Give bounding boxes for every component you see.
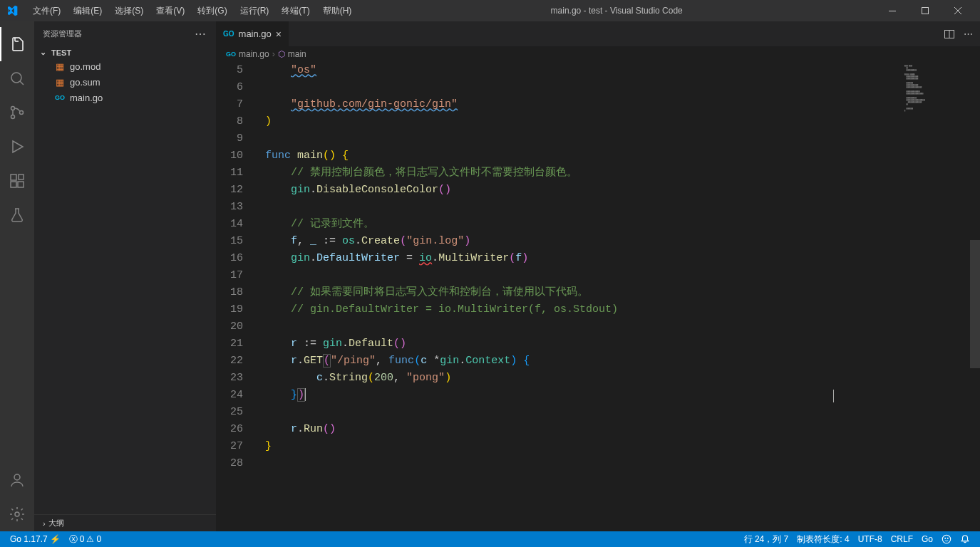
svg-point-5 [20,111,24,115]
menu-selection[interactable]: 选择(S) [109,2,149,20]
outline-section[interactable]: ›大纲 [34,514,216,531]
lightning-icon: ⚡ [50,534,61,544]
status-language[interactable]: Go [917,531,937,547]
svg-point-11 [15,512,19,516]
explorer-tab-icon[interactable] [0,27,34,61]
activity-bar [0,21,34,531]
menu-view[interactable]: 查看(V) [150,2,190,20]
svg-point-14 [945,538,946,538]
go-file-icon: GO [226,51,236,58]
chevron-down-icon: ⌄ [40,48,48,57]
source-control-tab-icon[interactable] [0,95,34,130]
status-notifications-icon[interactable] [956,531,974,547]
status-feedback-icon[interactable] [937,531,956,547]
file-item[interactable]: GOmain.go [48,90,216,105]
title-bar: 文件(F) 编辑(E) 选择(S) 查看(V) 转到(G) 运行(R) 终端(T… [0,0,980,21]
editor-area: GO main.go × ⋯ GO main.go › ⬡ main 56789… [216,21,980,531]
menu-go[interactable]: 转到(G) [192,2,232,20]
go-file-icon: GO [223,30,234,38]
svg-point-13 [942,535,950,543]
folder-label: TEST [51,48,71,57]
tab-bar: GO main.go × ⋯ [216,21,980,46]
svg-point-4 [11,115,15,119]
error-icon: ⓧ [69,533,78,546]
svg-rect-0 [889,11,896,11]
scrollbar-thumb[interactable] [970,240,980,368]
gosum-file-icon: ▦ [54,77,66,88]
close-button[interactable] [942,0,974,21]
settings-gear-icon[interactable] [0,497,34,531]
file-item[interactable]: ▦go.mod [48,58,216,74]
maximize-button[interactable] [909,0,942,21]
file-name: go.sum [70,77,100,88]
svg-rect-7 [11,182,16,187]
testing-tab-icon[interactable] [0,198,34,232]
line-numbers: 5678910111213141516171819202122232425262… [216,62,259,531]
package-icon: ⬡ [278,49,285,59]
chevron-right-icon: › [272,49,275,59]
split-editor-icon[interactable] [944,28,955,40]
code-editor[interactable]: 5678910111213141516171819202122232425262… [216,62,980,531]
svg-rect-1 [922,8,929,14]
accounts-icon[interactable] [0,463,34,497]
menu-file[interactable]: 文件(F) [27,2,66,20]
chevron-right-icon: › [43,519,46,528]
svg-rect-9 [19,174,24,179]
status-eol[interactable]: CRLF [887,531,917,547]
file-name: go.mod [70,61,100,72]
sidebar-explorer: 资源管理器 ⋯ ⌄ TEST ▦go.mod ▦go.sum GOmain.go… [34,21,216,531]
breadcrumb[interactable]: GO main.go › ⬡ main [216,46,980,62]
menu-bar: 文件(F) 编辑(E) 选择(S) 查看(V) 转到(G) 运行(R) 终端(T… [27,2,357,20]
file-list: ▦go.mod ▦go.sum GOmain.go [34,58,216,105]
status-cursor-position[interactable]: 行 24，列 7 [740,531,793,547]
warning-icon: ⚠ [86,534,94,544]
svg-point-2 [11,73,21,83]
status-indentation[interactable]: 制表符长度: 4 [793,531,853,547]
file-item[interactable]: ▦go.sum [48,74,216,90]
menu-run[interactable]: 运行(R) [234,2,275,20]
workspace-folder[interactable]: ⌄ TEST [34,46,216,58]
gomod-file-icon: ▦ [54,61,66,72]
vscode-logo-icon [6,4,19,17]
status-encoding[interactable]: UTF-8 [854,531,887,547]
editor-tab[interactable]: GO main.go × [216,21,289,46]
menu-edit[interactable]: 编辑(E) [68,2,108,20]
vertical-scrollbar[interactable] [970,62,980,531]
status-problems[interactable]: ⓧ0 ⚠0 [65,531,105,547]
breadcrumb-file[interactable]: main.go [239,49,269,59]
explorer-more-icon[interactable]: ⋯ [195,27,207,41]
menu-terminal[interactable]: 终端(T) [276,2,315,20]
search-tab-icon[interactable] [0,61,34,95]
status-bar: Go 1.17.7⚡ ⓧ0 ⚠0 行 24，列 7 制表符长度: 4 UTF-8… [0,531,980,547]
svg-rect-6 [11,174,16,180]
run-debug-tab-icon[interactable] [0,130,34,164]
svg-point-15 [947,538,948,538]
svg-point-3 [11,107,15,110]
breadcrumb-symbol[interactable]: main [288,49,306,59]
outline-label: 大纲 [48,518,64,528]
close-tab-icon[interactable]: × [276,28,282,40]
more-actions-icon[interactable]: ⋯ [964,28,973,40]
code-content[interactable]: "os" "github.com/gin-gonic/gin" ) func m… [259,62,902,531]
svg-rect-8 [18,182,24,187]
minimize-button[interactable] [876,0,909,21]
extensions-tab-icon[interactable] [0,164,34,198]
minimap[interactable]: ████ ████ ██ ████████████ █████ ██████ █… [902,62,980,531]
window-title: main.go - test - Visual Studio Code [360,6,873,16]
svg-point-10 [14,474,20,480]
status-go-version[interactable]: Go 1.17.7⚡ [6,531,65,547]
tab-label: main.go [239,28,272,39]
explorer-title: 资源管理器 [43,28,82,39]
menu-help[interactable]: 帮助(H) [317,2,358,20]
go-file-icon: GO [54,94,66,101]
file-name: main.go [70,93,103,103]
